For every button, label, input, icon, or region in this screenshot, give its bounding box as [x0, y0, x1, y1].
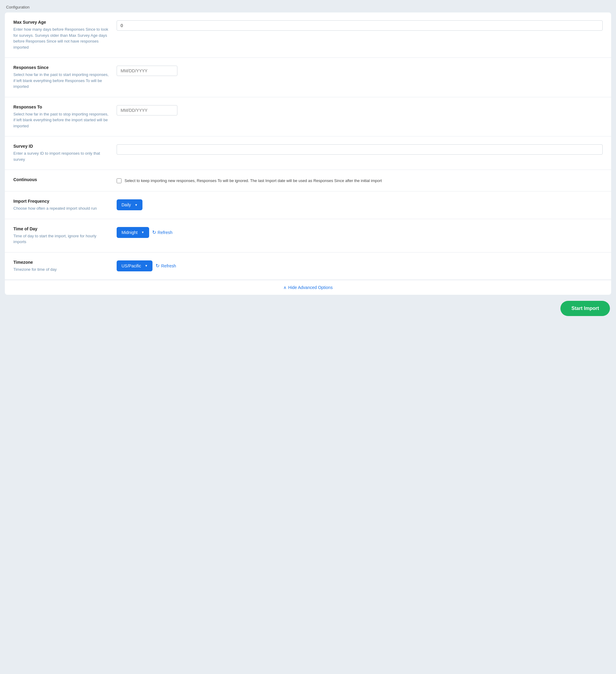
- time-of-day-desc: Time of day to start the import, ignore …: [13, 233, 109, 245]
- responses-since-label-col: Responses Since Select how far in the pa…: [13, 65, 117, 90]
- timezone-desc: Timezone for time of day: [13, 266, 109, 272]
- timezone-label-col: Timezone Timezone for time of day: [13, 260, 117, 272]
- time-of-day-refresh-button[interactable]: ↻ Refresh: [152, 229, 172, 235]
- continuous-checkbox[interactable]: [117, 179, 122, 183]
- hide-advanced-chevron-icon: ∧: [283, 285, 286, 290]
- configuration-card: Max Survey Age Enter how many days befor…: [5, 12, 611, 295]
- timezone-dropdown-wrapper: US/Pacific ▼: [117, 260, 152, 271]
- responses-since-desc: Select how far in the past to start impo…: [13, 72, 109, 90]
- responses-to-input-col: [117, 105, 603, 115]
- survey-id-input[interactable]: [117, 144, 603, 155]
- time-of-day-dropdown[interactable]: Midnight ▼: [117, 227, 149, 238]
- timezone-title: Timezone: [13, 260, 109, 265]
- time-of-day-dropdown-wrapper: Midnight ▼: [117, 227, 149, 238]
- time-of-day-input-col: Midnight ▼ ↻ Refresh: [117, 226, 603, 238]
- timezone-chevron-icon: ▼: [145, 264, 148, 267]
- timezone-refresh-button[interactable]: ↻ Refresh: [155, 263, 176, 268]
- timezone-row: Timezone Timezone for time of day US/Pac…: [5, 252, 611, 280]
- import-frequency-desc: Choose how often a repeated import shoul…: [13, 205, 109, 212]
- timezone-refresh-icon: ↻: [155, 263, 159, 268]
- import-frequency-dropdown[interactable]: Daily ▼: [117, 199, 142, 210]
- hide-advanced-row: ∧ Hide Advanced Options: [5, 280, 611, 295]
- timezone-dropdown[interactable]: US/Pacific ▼: [117, 260, 152, 271]
- survey-id-row: Survey ID Enter a survey ID to import re…: [5, 136, 611, 170]
- start-import-button[interactable]: Start Import: [561, 301, 610, 316]
- responses-to-desc: Select how far in the past to stop impor…: [13, 111, 109, 129]
- timezone-refresh-label: Refresh: [161, 263, 176, 268]
- hide-advanced-label: Hide Advanced Options: [288, 285, 333, 290]
- survey-id-desc: Enter a survey ID to import responses to…: [13, 150, 109, 162]
- time-of-day-title: Time of Day: [13, 226, 109, 231]
- time-of-day-refresh-icon: ↻: [152, 229, 156, 235]
- import-frequency-chevron-icon: ▼: [135, 203, 138, 207]
- import-frequency-value: Daily: [122, 202, 131, 207]
- survey-id-label-col: Survey ID Enter a survey ID to import re…: [13, 144, 117, 162]
- max-survey-age-input-col: [117, 20, 603, 31]
- responses-since-row: Responses Since Select how far in the pa…: [5, 58, 611, 97]
- responses-since-input[interactable]: [117, 66, 177, 76]
- import-frequency-dropdown-wrapper: Daily ▼: [117, 199, 142, 210]
- timezone-input-col: US/Pacific ▼ ↻ Refresh: [117, 260, 603, 271]
- timezone-value: US/Pacific: [122, 263, 141, 268]
- responses-to-title: Responses To: [13, 105, 109, 109]
- responses-since-input-col: [117, 65, 603, 76]
- footer-bar: Start Import: [5, 295, 611, 317]
- continuous-checkbox-row: Select to keep importing new responses, …: [117, 178, 382, 184]
- continuous-row: Continuous Select to keep importing new …: [5, 170, 611, 192]
- survey-id-title: Survey ID: [13, 144, 109, 148]
- continuous-checkbox-label: Select to keep importing new responses, …: [125, 178, 382, 184]
- time-of-day-refresh-label: Refresh: [158, 230, 172, 235]
- max-survey-age-input[interactable]: [117, 20, 603, 31]
- time-of-day-chevron-icon: ▼: [141, 231, 144, 234]
- max-survey-age-desc: Enter how many days before Responses Sin…: [13, 26, 109, 50]
- time-of-day-row: Time of Day Time of day to start the imp…: [5, 219, 611, 252]
- import-frequency-row: Import Frequency Choose how often a repe…: [5, 192, 611, 219]
- time-of-day-value: Midnight: [122, 230, 138, 235]
- import-frequency-title: Import Frequency: [13, 199, 109, 204]
- continuous-title: Continuous: [13, 177, 109, 182]
- import-frequency-input-col: Daily ▼: [117, 199, 603, 210]
- time-of-day-label-col: Time of Day Time of day to start the imp…: [13, 226, 117, 245]
- max-survey-age-title: Max Survey Age: [13, 20, 109, 25]
- responses-to-input[interactable]: [117, 105, 177, 115]
- page-title: Configuration: [5, 5, 611, 9]
- max-survey-age-label-col: Max Survey Age Enter how many days befor…: [13, 20, 117, 50]
- responses-to-row: Responses To Select how far in the past …: [5, 97, 611, 137]
- survey-id-input-col: [117, 144, 603, 155]
- responses-to-label-col: Responses To Select how far in the past …: [13, 105, 117, 129]
- max-survey-age-row: Max Survey Age Enter how many days befor…: [5, 12, 611, 58]
- hide-advanced-button[interactable]: ∧ Hide Advanced Options: [283, 285, 333, 290]
- responses-since-title: Responses Since: [13, 65, 109, 70]
- continuous-input-col: Select to keep importing new responses, …: [117, 177, 603, 184]
- continuous-label-col: Continuous: [13, 177, 117, 184]
- import-frequency-label-col: Import Frequency Choose how often a repe…: [13, 199, 117, 212]
